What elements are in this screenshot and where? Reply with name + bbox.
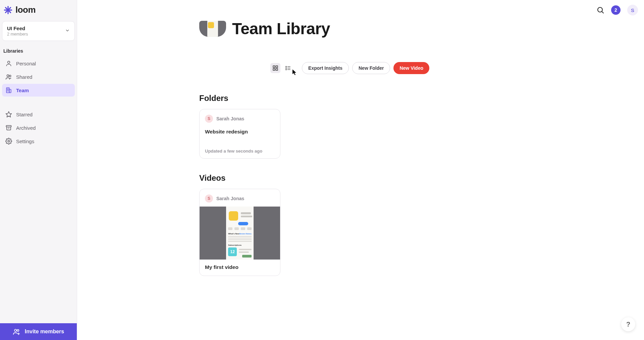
main: 2 S Team Library Export Insights New Fol… [77, 0, 644, 340]
help-icon: ? [626, 321, 630, 328]
svg-point-10 [7, 75, 9, 77]
invite-members-button[interactable]: Invite members [0, 323, 77, 340]
logo-text: loom [15, 5, 36, 15]
owner-avatar: S [205, 194, 213, 203]
sidebar-item-team[interactable]: Team [2, 84, 75, 97]
new-folder-label: New Folder [359, 65, 384, 71]
logo[interactable]: loom [0, 0, 77, 21]
export-insights-label: Export Insights [308, 65, 342, 71]
video-card[interactable]: S Sarah Jonas What's New Version History [199, 189, 280, 276]
page-thumbnail [199, 21, 226, 37]
toolbar: Export Insights New Folder New Video [199, 62, 429, 74]
svg-rect-13 [9, 90, 11, 93]
sidebar-item-label: Team [16, 88, 29, 93]
workspace-members: 2 members [7, 32, 28, 37]
building-icon [5, 87, 12, 94]
svg-marker-17 [6, 112, 12, 117]
list-view-button[interactable] [283, 63, 293, 73]
loom-logo-icon [3, 5, 13, 15]
svg-point-31 [286, 66, 286, 67]
invite-icon [13, 328, 20, 335]
new-video-label: New Video [399, 65, 423, 71]
workspace-name: UI Feed [7, 25, 28, 31]
svg-rect-29 [273, 69, 275, 70]
view-toggle [270, 63, 293, 73]
archive-icon [5, 124, 12, 131]
sidebar-nav: Personal Shared Team Starred Archived [0, 57, 77, 148]
gear-icon [5, 138, 12, 145]
sidebar-item-settings[interactable]: Settings [2, 135, 75, 148]
user-icon [5, 60, 12, 67]
help-button[interactable]: ? [621, 317, 635, 331]
svg-point-9 [8, 61, 10, 63]
folders-section-title: Folders [199, 94, 429, 103]
sidebar-item-label: Settings [16, 138, 34, 144]
svg-rect-27 [273, 66, 275, 67]
folder-card[interactable]: S Sarah Jonas Website redesign Updated a… [199, 109, 280, 159]
svg-point-8 [7, 9, 9, 11]
owner-name: Sarah Jonas [216, 116, 244, 121]
sidebar-item-label: Archived [16, 125, 36, 131]
svg-point-21 [14, 329, 16, 331]
sidebar-item-archived[interactable]: Archived [2, 121, 75, 134]
user-avatar[interactable]: S [627, 5, 638, 15]
owner-avatar: S [205, 115, 213, 123]
sidebar-item-label: Personal [16, 61, 36, 66]
sidebar-item-label: Starred [16, 112, 33, 117]
search-button[interactable] [596, 6, 604, 14]
svg-rect-30 [276, 69, 278, 70]
search-icon [596, 6, 604, 14]
folder-updated: Updated a few seconds ago [205, 149, 275, 154]
sidebar-item-personal[interactable]: Personal [2, 57, 75, 70]
svg-rect-28 [276, 66, 278, 67]
svg-point-35 [286, 69, 286, 70]
svg-line-26 [602, 11, 603, 13]
sidebar: loom UI Feed 2 members Libraries Persona… [0, 0, 77, 340]
workspace-switcher[interactable]: UI Feed 2 members [2, 21, 75, 41]
notifications-badge[interactable]: 2 [611, 5, 621, 15]
new-video-button[interactable]: New Video [393, 62, 429, 74]
owner-name: Sarah Jonas [216, 196, 244, 201]
video-thumbnail: What's New Version History Subscriptions… [200, 207, 280, 260]
videos-section-title: Videos [199, 173, 429, 183]
users-icon [5, 73, 12, 80]
folder-name: Website redesign [205, 129, 275, 135]
sidebar-item-starred[interactable]: Starred [2, 108, 75, 121]
new-folder-button[interactable]: New Folder [352, 62, 390, 74]
star-icon [5, 111, 12, 118]
header-actions: 2 S [596, 5, 638, 15]
sidebar-item-label: Shared [16, 74, 32, 80]
sidebar-item-shared[interactable]: Shared [2, 70, 75, 83]
page-title: Team Library [232, 19, 330, 38]
invite-members-label: Invite members [25, 329, 64, 335]
list-icon [285, 65, 291, 71]
chevron-down-icon [65, 28, 70, 34]
grid-icon [272, 65, 278, 71]
svg-point-33 [286, 68, 286, 68]
svg-point-11 [9, 75, 11, 77]
svg-rect-18 [6, 125, 11, 127]
page-header: Team Library [199, 19, 429, 38]
svg-point-22 [17, 330, 19, 332]
export-insights-button[interactable]: Export Insights [302, 62, 349, 74]
grid-view-button[interactable] [270, 63, 280, 73]
svg-point-20 [8, 140, 9, 142]
video-title: My first video [200, 260, 280, 276]
sidebar-section-libraries: Libraries [0, 47, 77, 57]
